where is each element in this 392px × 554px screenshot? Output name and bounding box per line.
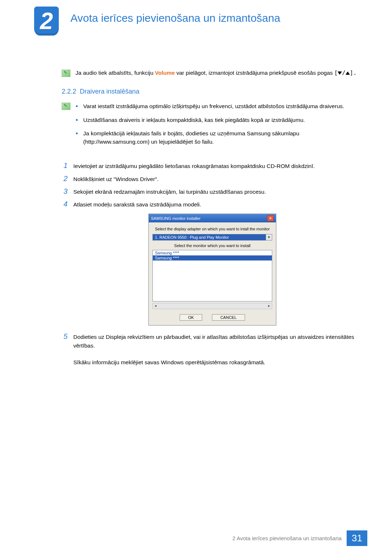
section-title: Draivera instalēšana xyxy=(80,88,139,95)
scroll-right-icon[interactable]: ► xyxy=(266,303,272,309)
step5-line2: Sīkāku informāciju meklējiet savas Windo… xyxy=(73,359,265,365)
step-number: 4 xyxy=(62,200,68,208)
step-text: Noklikšķiniet uz "Windows Driver". xyxy=(73,175,363,183)
close-button[interactable]: × xyxy=(267,215,274,221)
installer-titlebar: SAMSUNG monitor installer × xyxy=(149,214,276,222)
installer-title-text: SAMSUNG monitor installer xyxy=(151,216,200,221)
installer-label-monitor: Select the monitor which you want to ins… xyxy=(152,243,272,248)
chapter-title: Avota ierīces pievienošana un izmantošan… xyxy=(70,12,280,24)
bullet-icon: ● xyxy=(75,129,78,146)
triangle-down-icon xyxy=(338,71,342,75)
note-pre: Ja audio tiek atbalstīts, funkciju xyxy=(75,70,155,76)
step-text: Dodieties uz Displeja rekvizītiem un pār… xyxy=(73,333,363,366)
footer-chapter-label: 2 Avota ierīces pievienošana un izmantoš… xyxy=(232,535,342,541)
note-block: Ja audio tiek atbalstīts, funkciju Volum… xyxy=(62,69,363,77)
horizontal-scrollbar[interactable]: ◄ ► xyxy=(152,303,272,309)
step-text: Sekojiet ekrānā redzamajām instrukcijām,… xyxy=(73,188,363,196)
section-heading: 2.2.2Draivera instalēšana xyxy=(62,88,363,95)
bullet-icon: ● xyxy=(75,116,78,124)
step-list: 5 Dodieties uz Displeja rekvizītiem un p… xyxy=(62,333,363,366)
bullet-text: Varat iestatīt izstrādājuma optimālo izš… xyxy=(83,102,344,110)
adapter-selected-value: 1. RADEON 9550 : Plug and Play Monitor xyxy=(153,234,266,240)
bullet-text: Uzstādīšanas draiveris ir iekļauts kompa… xyxy=(83,116,305,124)
step-text: Atlasiet modeļu sarakstā sava izstrādāju… xyxy=(73,200,363,209)
cancel-button[interactable]: CANCEL xyxy=(212,314,245,321)
list-item[interactable]: Samsung **** xyxy=(153,250,272,255)
info-block: ●Varat iestatīt izstrādājuma optimālo iz… xyxy=(62,102,363,151)
installer-dialog: SAMSUNG monitor installer × Select the d… xyxy=(148,214,276,325)
dropdown-arrow-icon[interactable]: ▼ xyxy=(266,234,272,240)
note-text: Ja audio tiek atbalstīts, funkciju Volum… xyxy=(75,69,356,77)
installer-label-adapter: Select the display adapter on which you … xyxy=(152,227,272,231)
note-highlight: Volume xyxy=(155,70,175,76)
note-icon xyxy=(62,103,70,110)
list-item[interactable]: Samsung **** xyxy=(153,255,272,260)
step-list: 1Ievietojiet ar izstrādājumu piegādāto l… xyxy=(62,162,363,209)
button-symbols: [/]. xyxy=(334,70,356,76)
page-footer: 2 Avota ierīces pievienošana un izmantoš… xyxy=(232,530,367,546)
note-post: var pielāgot, izmantojot izstrādājuma pr… xyxy=(175,70,333,76)
step-text: Ievietojiet ar izstrādājumu piegādāto li… xyxy=(73,162,363,170)
chapter-number-badge: 2 xyxy=(34,7,59,36)
ok-button[interactable]: OK xyxy=(180,314,202,321)
monitor-list[interactable]: Samsung **** Samsung **** xyxy=(152,250,272,301)
adapter-dropdown[interactable]: 1. RADEON 9550 : Plug and Play Monitor ▼ xyxy=(152,234,272,241)
bullet-icon: ● xyxy=(75,102,78,110)
triangle-up-icon xyxy=(346,71,350,75)
step5-line1: Dodieties uz Displeja rekvizītiem un pār… xyxy=(73,334,354,348)
bullet-text: Ja komplektācijā iekļautais fails ir boj… xyxy=(83,129,363,146)
section-number: 2.2.2 xyxy=(62,88,76,95)
step-number: 3 xyxy=(62,188,68,195)
step-number: 2 xyxy=(62,175,68,182)
step-number: 5 xyxy=(62,333,68,340)
step-number: 1 xyxy=(62,162,68,169)
note-icon xyxy=(62,70,70,77)
page-number: 31 xyxy=(347,530,367,546)
scroll-left-icon[interactable]: ◄ xyxy=(153,303,158,309)
